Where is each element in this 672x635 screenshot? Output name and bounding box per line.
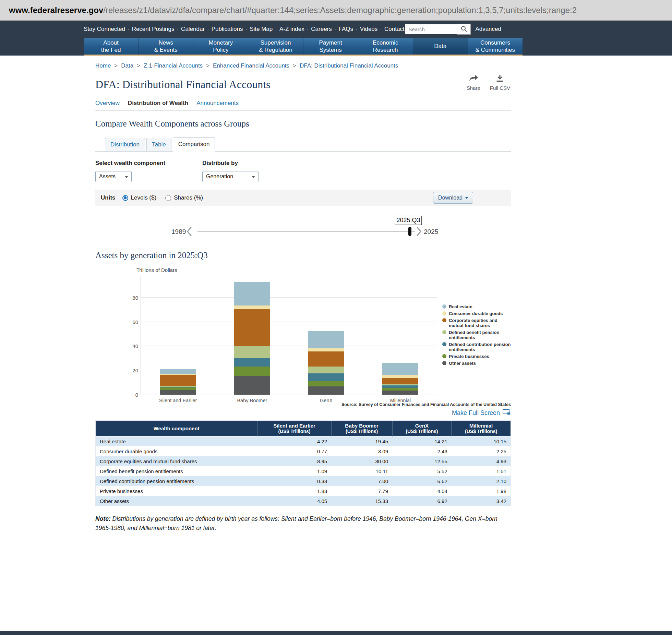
tab-overview[interactable]: Overview xyxy=(95,100,120,107)
x-axis-category-label: GenX xyxy=(289,398,363,403)
view-tab-table[interactable]: Table xyxy=(146,138,171,151)
nav-item-data[interactable]: Data xyxy=(413,38,468,55)
legend-swatch-icon xyxy=(442,330,446,334)
separator: · xyxy=(380,26,382,32)
page-title: DFA: Distributional Financial Accounts xyxy=(95,78,270,91)
breadcrumb-link[interactable]: Enhanced Financial Accounts xyxy=(213,62,289,69)
tab-distribution-of-wealth[interactable]: Distribution of Wealth xyxy=(128,100,188,107)
bar-segment[interactable] xyxy=(308,351,344,367)
table-cell-value: 0.33 xyxy=(257,476,331,486)
legend-item[interactable]: Defined benefit pension entitlements xyxy=(442,330,511,340)
nav-item-consumers[interactable]: Consumers& Communities xyxy=(468,38,523,55)
slider-handle[interactable] xyxy=(408,227,411,236)
legend-item[interactable]: Real estate xyxy=(442,304,511,309)
bar-segment[interactable] xyxy=(234,305,270,309)
utility-link[interactable]: Publications xyxy=(212,26,243,32)
nav-item-about[interactable]: Aboutthe Fed xyxy=(84,38,138,55)
utility-link[interactable]: Site Map xyxy=(250,26,273,32)
breadcrumb-link[interactable]: Data xyxy=(121,62,133,69)
bar-segment[interactable] xyxy=(308,367,344,373)
view-tab-distribution[interactable]: Distribution xyxy=(105,138,145,151)
table-cell-label: Corporate equities and mutual fund share… xyxy=(96,456,257,466)
slider-track[interactable] xyxy=(197,231,415,232)
y-tick-label: 0 xyxy=(124,392,138,398)
bar-segment[interactable] xyxy=(382,385,418,388)
search-button[interactable] xyxy=(457,24,471,35)
bar-segment[interactable] xyxy=(382,375,418,378)
make-full-screen-link[interactable]: Make Full Screen xyxy=(452,409,511,417)
bar-segment[interactable] xyxy=(160,387,196,387)
breadcrumb-link[interactable]: Home xyxy=(95,62,111,69)
bar-segment[interactable] xyxy=(234,376,270,395)
legend-item[interactable]: Corporate equities and mutual fund share… xyxy=(442,318,511,328)
bar-segment[interactable] xyxy=(234,282,270,306)
bar-segment[interactable] xyxy=(382,388,418,391)
wealth-component-select[interactable]: Assets xyxy=(95,171,132,182)
utility-link[interactable]: Careers xyxy=(311,26,332,32)
utility-link[interactable]: Stay Connected xyxy=(84,26,125,32)
bar-segment[interactable] xyxy=(160,374,196,375)
units-radio-option[interactable]: Shares (%) xyxy=(165,194,203,201)
bar-segment[interactable] xyxy=(234,358,270,367)
legend-item[interactable]: Private businesses xyxy=(442,354,511,359)
view-tab-comparison[interactable]: Comparison xyxy=(173,137,215,152)
utility-link[interactable]: Calendar xyxy=(181,26,205,32)
nav-item-payment[interactable]: PaymentSystems xyxy=(303,38,358,55)
share-icon xyxy=(468,74,479,85)
bar-segment[interactable] xyxy=(382,378,418,384)
full-csv-button[interactable]: Full CSV xyxy=(490,74,510,91)
utility-link[interactable]: Contact xyxy=(384,26,405,32)
bar-segment[interactable] xyxy=(308,348,344,351)
legend-label: Real estate xyxy=(449,304,472,309)
legend-item[interactable]: Consumer durable goods xyxy=(442,311,511,316)
bar-segment[interactable] xyxy=(160,375,196,386)
bar-segment[interactable] xyxy=(308,331,344,348)
bar-segment[interactable] xyxy=(382,391,418,395)
bar-segment[interactable] xyxy=(160,390,196,395)
view-tabs: Distribution Table Comparison xyxy=(95,137,511,152)
breadcrumb-link[interactable]: Z.1-Financial Accounts xyxy=(144,62,203,69)
bar-segment[interactable] xyxy=(160,387,196,390)
bar-segment[interactable] xyxy=(160,386,196,387)
nav-item-monetary[interactable]: MonetaryPolicy xyxy=(193,38,248,55)
table-cell-value: 2.10 xyxy=(452,476,511,486)
y-axis-label: Trillions of Dollars xyxy=(136,267,177,273)
share-button[interactable]: Share xyxy=(467,74,480,91)
y-tick-label: 60 xyxy=(124,319,138,325)
table-row: Defined benefit pension entitlements1.09… xyxy=(96,466,511,476)
breadcrumb-link[interactable]: DFA: Distributional Financial Accounts xyxy=(300,62,398,69)
units-radio-option[interactable]: Levels ($) xyxy=(122,194,157,201)
bar-segment[interactable] xyxy=(160,369,196,374)
utility-link[interactable]: A-Z index xyxy=(279,26,304,32)
search-input[interactable] xyxy=(405,24,457,34)
bar-segment[interactable] xyxy=(308,373,344,381)
bar-segment[interactable] xyxy=(234,367,270,376)
utility-link[interactable]: FAQs xyxy=(338,26,353,32)
utility-link[interactable]: Recent Postings xyxy=(132,26,175,32)
bar-segment[interactable] xyxy=(308,381,344,386)
slider-end-label: 2025 xyxy=(424,228,438,236)
chart-legend: Real estateConsumer durable goodsCorpora… xyxy=(442,304,511,368)
bar-segment[interactable] xyxy=(234,346,270,358)
site-header: Stay Connected·Recent Postings·Calendar·… xyxy=(0,21,672,56)
slider-prev-icon[interactable] xyxy=(187,226,192,238)
tab-announcements[interactable]: Announcements xyxy=(196,100,239,107)
nav-item-supervision[interactable]: Supervision& Regulation xyxy=(248,38,303,55)
bar-segment[interactable] xyxy=(234,309,270,346)
legend-item[interactable]: Defined contribution pension entitlement… xyxy=(442,342,511,352)
table-cell-label: Consumer durable goods xyxy=(96,446,257,456)
nav-item-news[interactable]: News& Events xyxy=(138,38,193,55)
bar-segment[interactable] xyxy=(308,386,344,395)
nav-item-economic[interactable]: EconomicResearch xyxy=(358,38,413,55)
page-tabs: Overview Distribution of Wealth Announce… xyxy=(95,96,511,111)
distribute-by-select[interactable]: Generation xyxy=(202,171,259,182)
browser-address-bar[interactable]: www.federalreserve.gov/releases/z1/datav… xyxy=(0,0,672,21)
utility-link[interactable]: Videos xyxy=(360,26,378,32)
slider-next-icon[interactable] xyxy=(416,226,422,238)
legend-item[interactable]: Other assets xyxy=(442,361,511,366)
bar-segment[interactable] xyxy=(382,363,418,375)
bar-segment[interactable] xyxy=(382,384,418,385)
nav-item-label: Systems xyxy=(319,46,341,53)
download-button[interactable]: Download xyxy=(433,192,473,204)
advanced-search-link[interactable]: Advanced xyxy=(475,26,501,33)
